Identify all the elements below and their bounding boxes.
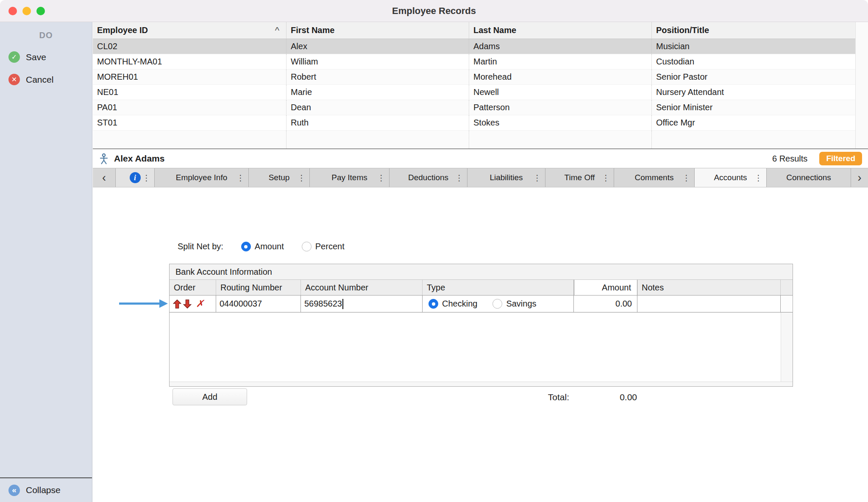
tab-accounts[interactable]: Accounts ⋮ [695,168,767,187]
tab-scroll-left-button[interactable]: ‹ [93,168,116,187]
filtered-badge[interactable]: Filtered [819,152,862,165]
cancel-x-icon: ✕ [8,74,20,85]
tab-employee-info[interactable]: Employee Info ⋮ [155,168,249,187]
tab-time-off[interactable]: Time Off ⋮ [545,168,614,187]
last-name-cell: Martin [469,54,651,70]
tab-label: Time Off [565,173,595,182]
empty-cell [286,131,469,148]
tab-menu-icon[interactable]: ⋮ [377,173,385,183]
notes-field[interactable] [637,296,781,312]
tab-label: Comments [635,173,674,182]
move-down-icon[interactable] [183,299,192,309]
last-name-cell: Patterson [469,100,651,115]
employee-table-scrollbar[interactable] [855,85,868,100]
type-savings-option[interactable]: Savings [492,299,536,309]
tab-menu-icon[interactable]: ⋮ [455,173,463,183]
employee-table-scrollbar[interactable] [855,100,868,115]
column-header-order[interactable]: Order [170,280,216,295]
column-header-last-name[interactable]: Last Name [469,22,651,39]
text-cursor [342,299,343,309]
tab-label: Connections [786,173,831,182]
checking-label: Checking [442,299,477,309]
employee-table-scrollbar-bottom[interactable] [855,131,868,148]
tab-menu-icon[interactable]: ⋮ [602,173,610,183]
employee-id-cell: CL02 [93,39,286,54]
split-percent-option[interactable]: Percent [302,242,345,251]
collapse-button[interactable]: « Collapse [0,477,92,502]
routing-number-field[interactable]: 044000037 [216,296,301,312]
close-button[interactable] [8,7,17,15]
employee-row[interactable]: CL02 Alex Adams Musician [93,39,868,54]
employee-table-scrollbar[interactable] [855,115,868,131]
column-header-amount[interactable]: Amount [574,280,637,295]
person-icon [99,153,109,165]
tab-menu-icon[interactable]: ⋮ [142,173,150,183]
employee-table-scrollbar[interactable] [855,39,868,54]
split-net-control: Split Net by: Amount Percent [178,242,345,251]
position-cell: Senior Pastor [651,70,855,85]
employee-table-scrollbar[interactable] [855,70,868,85]
save-button[interactable]: ✓ Save [8,51,92,63]
employee-row[interactable]: MONTHLY-MA01 William Martin Custodian [93,54,868,70]
radio-selected-icon [241,242,251,251]
bank-header-scroll-corner [781,280,793,295]
tab-connections[interactable]: Connections [767,168,851,187]
tab-setup[interactable]: Setup ⋮ [249,168,310,187]
savings-label: Savings [506,299,536,309]
employee-row[interactable]: NE01 Marie Newell Nursery Attendant [93,85,868,100]
bank-table-horizontal-scrollbar[interactable] [170,382,793,386]
tab-info[interactable]: i ⋮ [116,168,155,187]
first-name-cell: Dean [286,100,469,115]
last-name-cell: Morehead [469,70,651,85]
column-header-routing-number[interactable]: Routing Number [216,280,301,295]
column-header-type[interactable]: Type [423,280,574,295]
amount-field[interactable]: 0.00 [574,296,637,312]
column-header-employee-id[interactable]: ^ Employee ID [93,22,286,39]
tab-label: Setup [269,173,290,182]
split-amount-option[interactable]: Amount [241,242,284,251]
column-header-position[interactable]: Position/Title [651,22,855,39]
tab-menu-icon[interactable]: ⋮ [682,173,690,183]
total-label: Total: [517,392,569,402]
first-name-cell: Ruth [286,115,469,131]
minimize-button[interactable] [22,7,31,15]
column-header-notes[interactable]: Notes [637,280,781,295]
type-checking-option[interactable]: Checking [428,299,477,309]
tab-menu-icon[interactable]: ⋮ [298,173,306,183]
tab-scroll-right-button[interactable]: › [851,168,868,187]
annotation-arrow-icon [118,298,168,309]
window-controls [8,7,45,15]
title-bar: Employee Records [0,0,868,22]
zoom-button[interactable] [36,7,45,15]
add-account-button[interactable]: Add [172,388,247,405]
move-up-icon[interactable] [173,299,181,309]
total-value: 0.00 [580,392,637,402]
bank-account-row[interactable]: ✗ 044000037 56985623 Checking Savings [170,296,793,312]
employee-row[interactable]: PA01 Dean Patterson Senior Minister [93,100,868,115]
collapse-chevrons-icon: « [8,485,20,496]
tab-menu-icon[interactable]: ⋮ [533,173,541,183]
delete-row-icon[interactable]: ✗ [196,299,204,309]
bank-panel-title: Bank Account Information [170,264,793,280]
cancel-button[interactable]: ✕ Cancel [8,74,92,85]
tab-menu-icon[interactable]: ⋮ [236,173,245,183]
account-number-field[interactable]: 56985623 [301,296,423,312]
last-name-cell: Stokes [469,115,651,131]
tab-liabilities[interactable]: Liabilities ⋮ [467,168,545,187]
column-header-account-number[interactable]: Account Number [301,280,423,295]
bank-table-vertical-scrollbar[interactable] [781,312,793,382]
employee-id-cell: MONTHLY-MA01 [93,54,286,70]
tab-pay-items[interactable]: Pay Items ⋮ [310,168,389,187]
main-area: ^ Employee ID First Name Last Name Posit… [93,22,868,502]
percent-option-label: Percent [315,242,345,251]
tab-comments[interactable]: Comments ⋮ [614,168,695,187]
account-number-value: 56985623 [304,299,342,309]
cancel-label: Cancel [26,75,53,85]
tab-menu-icon[interactable]: ⋮ [754,173,762,183]
employee-table-scrollbar[interactable] [855,54,868,70]
employee-row[interactable]: MOREH01 Robert Morehead Senior Pastor [93,70,868,85]
column-header-first-name[interactable]: First Name [286,22,469,39]
employee-row[interactable]: ST01 Ruth Stokes Office Mgr [93,115,868,131]
tab-label: Pay Items [331,173,367,182]
tab-deductions[interactable]: Deductions ⋮ [389,168,467,187]
